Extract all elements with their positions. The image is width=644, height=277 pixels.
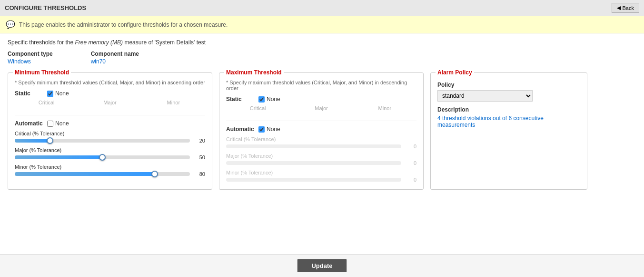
max-critical-label: Critical	[226, 105, 289, 111]
max-auto-checkbox-wrapper: None	[258, 126, 280, 133]
component-type-label: Component type	[8, 51, 53, 57]
max-minor-label: Minor	[353, 105, 416, 111]
max-critical-slider-track	[226, 144, 401, 148]
max-static-cols: Critical Major Minor	[226, 105, 416, 113]
info-banner: 💬 This page enables the administrator to…	[0, 16, 644, 33]
min-major-slider-row: 50	[15, 154, 205, 160]
max-threshold-legend: Maximum Threshold	[224, 69, 284, 76]
max-static-row: Static None	[226, 96, 416, 103]
alarm-desc-text: 4 threshold violations out of 6 consecut…	[437, 115, 580, 128]
max-major-slider-row: 0	[226, 160, 416, 166]
max-threshold-panel: Maximum Threshold * Specify maximum thre…	[219, 72, 424, 190]
max-minor-col: Minor	[353, 105, 416, 113]
back-arrow-icon: ◀	[617, 5, 621, 11]
min-threshold-panel: Minimum Threshold * Specify minimum thre…	[8, 72, 212, 190]
min-minor-tol-label: Minor (% Tolerance)	[15, 164, 205, 170]
max-minor-tolerance: Minor (% Tolerance) 0	[226, 170, 416, 183]
min-minor-slider-fill	[15, 172, 155, 176]
min-static-checkbox-wrapper: None	[47, 90, 69, 97]
min-minor-tolerance: Minor (% Tolerance) 80	[15, 164, 205, 177]
page-wrapper: CONFIGURE THRESHOLDS ◀ Back 💬 This page …	[0, 0, 644, 277]
min-static-checkbox[interactable]	[47, 91, 53, 97]
component-info: Component type Windows Component name wi…	[8, 51, 636, 65]
min-minor-slider-value: 80	[194, 171, 205, 177]
alarm-policy-select[interactable]: standard custom	[437, 90, 533, 102]
max-auto-row: Automatic None	[226, 126, 416, 133]
desc-measure: Free memory (MB)	[75, 39, 123, 46]
max-minor-slider-value: 0	[405, 177, 416, 183]
min-critical-slider-fill	[15, 139, 50, 143]
min-critical-tolerance: Critical (% Tolerance) 20	[15, 131, 205, 144]
desc-suffix: test	[195, 39, 206, 46]
min-minor-slider-thumb[interactable]	[151, 171, 158, 177]
min-critical-tol-label: Critical (% Tolerance)	[15, 131, 205, 136]
min-major-slider-value: 50	[194, 154, 205, 160]
max-critical-tolerance: Critical (% Tolerance) 0	[226, 136, 416, 149]
max-critical-tol-label: Critical (% Tolerance)	[226, 136, 416, 142]
min-minor-slider-track	[15, 172, 190, 176]
header-bar: CONFIGURE THRESHOLDS ◀ Back	[0, 0, 644, 16]
component-type-col: Component type Windows	[8, 51, 53, 65]
update-button[interactable]: Update	[297, 259, 346, 272]
max-static-checkbox-wrapper: None	[258, 96, 280, 103]
min-major-tol-label: Major (% Tolerance)	[15, 147, 205, 153]
max-static-checkbox[interactable]	[258, 96, 265, 103]
footer-bar: Update	[0, 254, 644, 277]
max-static-label: Static	[226, 96, 255, 103]
max-minor-tol-label: Minor (% Tolerance)	[226, 170, 416, 175]
alarm-desc-label: Description	[437, 106, 580, 113]
min-critical-slider-row: 20	[15, 138, 205, 144]
alarm-policy-legend: Alarm Policy	[436, 69, 474, 76]
max-static-none-label: None	[267, 96, 280, 103]
max-major-tolerance: Major (% Tolerance) 0	[226, 153, 416, 166]
min-major-tolerance: Major (% Tolerance) 50	[15, 147, 205, 160]
max-major-label: Major	[289, 105, 353, 111]
min-major-label: Major	[78, 100, 141, 105]
max-critical-slider-value: 0	[405, 144, 416, 149]
min-static-none-label: None	[55, 90, 69, 97]
description: Specific thresholds for the Free memory …	[8, 39, 636, 46]
min-critical-label: Critical	[15, 100, 78, 105]
min-threshold-legend: Minimum Threshold	[13, 69, 71, 76]
min-minor-col: Minor	[142, 100, 205, 107]
max-critical-col: Critical	[226, 105, 289, 113]
min-critical-slider-thumb[interactable]	[47, 137, 53, 144]
max-major-tol-label: Major (% Tolerance)	[226, 153, 416, 159]
min-critical-col: Critical	[15, 100, 78, 107]
desc-prefix: Specific thresholds for the	[8, 39, 75, 46]
max-minor-slider-track	[226, 178, 401, 182]
desc-middle: measure of	[123, 39, 155, 46]
min-auto-checkbox-wrapper: None	[47, 120, 69, 127]
min-auto-label: Automatic	[15, 120, 43, 127]
component-type-value: Windows	[8, 58, 31, 65]
min-major-slider-thumb[interactable]	[99, 154, 106, 161]
min-major-col: Major	[78, 100, 141, 107]
min-minor-label: Minor	[142, 100, 205, 105]
max-major-slider-value: 0	[405, 160, 416, 166]
min-auto-row: Automatic None	[15, 120, 205, 127]
info-icon: 💬	[6, 20, 15, 29]
component-name-value: win70	[91, 58, 106, 65]
max-auto-none-label: None	[267, 126, 280, 133]
min-static-row: Static None	[15, 90, 205, 97]
panels-row: Minimum Threshold * Specify minimum thre…	[8, 72, 636, 190]
min-auto-checkbox[interactable]	[47, 121, 53, 127]
min-minor-slider-row: 80	[15, 171, 205, 177]
component-name-label: Component name	[91, 51, 139, 57]
min-static-cols: Critical Major Minor	[15, 100, 205, 107]
back-button[interactable]: ◀ Back	[612, 3, 639, 13]
min-critical-slider-track	[15, 139, 190, 143]
alarm-policy-label: Policy	[437, 82, 580, 88]
min-threshold-note: * Specify minimum threshold values (Crit…	[15, 80, 205, 85]
min-critical-slider-value: 20	[194, 138, 205, 144]
content-area: Specific thresholds for the Free memory …	[0, 33, 644, 254]
desc-test: System Details	[156, 39, 194, 46]
min-major-slider-fill	[15, 155, 102, 159]
max-auto-label: Automatic	[226, 126, 255, 133]
max-auto-checkbox[interactable]	[258, 126, 265, 133]
max-critical-slider-row: 0	[226, 144, 416, 149]
component-name-col: Component name win70	[91, 51, 139, 65]
page-title: CONFIGURE THRESHOLDS	[5, 4, 86, 11]
min-static-label: Static	[15, 90, 43, 97]
max-major-col: Major	[289, 105, 353, 113]
